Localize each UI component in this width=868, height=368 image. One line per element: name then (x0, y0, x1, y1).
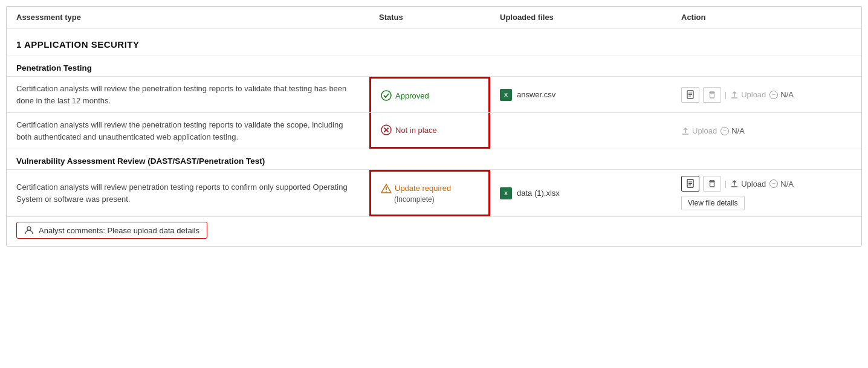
analyst-comment-row: Analyst comments: Please upload data det… (7, 216, 861, 246)
description-cell: Certification analysts will review the p… (7, 113, 369, 149)
files-cell: X data (1).xlsx (490, 170, 672, 216)
status-update-required: Update required (Incomplete) (381, 183, 451, 204)
circle-minus-icon (769, 91, 778, 99)
table-header: Assessment type Status Uploaded files Ac… (7, 7, 861, 28)
description-cell: Certification analysts will review the p… (7, 77, 369, 112)
separator: | (725, 179, 727, 188)
vulnerability-assessment-title: Vulnerability Assessment Review (DAST/SA… (7, 149, 861, 169)
analyst-comment-box: Analyst comments: Please upload data det… (16, 222, 207, 239)
files-cell: X answer.csv (490, 77, 672, 112)
svg-rect-20 (710, 182, 714, 187)
table-row: Certification analysts will review the p… (7, 76, 861, 112)
analyst-person-icon (24, 225, 34, 235)
table-row: Certification analysts will review the p… (7, 112, 861, 149)
status-approved: Approved (381, 90, 429, 101)
col-status: Status (379, 13, 500, 22)
excel-icon: X (500, 89, 512, 101)
col-uploaded-files: Uploaded files (500, 13, 681, 22)
not-in-place-icon (381, 124, 392, 135)
status-sub-label: (Incomplete) (381, 195, 451, 204)
action-row: | Upload N/A (681, 176, 794, 192)
warning-icon (381, 183, 392, 194)
section-1-title: 1 APPLICATION SECURITY (7, 28, 861, 56)
main-status: Update required (381, 183, 451, 194)
vulnerability-assessment-subsection: Vulnerability Assessment Review (DAST/SA… (7, 149, 861, 246)
action-cell: | Upload N/A (672, 77, 861, 112)
na-button[interactable]: N/A (769, 179, 794, 189)
view-document-button[interactable] (681, 87, 699, 103)
trash-icon (707, 179, 717, 189)
files-cell (490, 113, 672, 149)
delete-button[interactable] (703, 87, 721, 103)
col-action: Action (681, 13, 852, 22)
upload-icon (730, 179, 739, 188)
svg-point-0 (381, 91, 391, 100)
main-table: Assessment type Status Uploaded files Ac… (6, 6, 862, 247)
table-row: Certification analysts will review penet… (7, 169, 861, 216)
svg-point-23 (27, 227, 31, 230)
na-button[interactable]: N/A (721, 126, 745, 135)
view-document-button[interactable] (681, 176, 699, 192)
circle-minus-icon (721, 127, 729, 135)
document-icon (685, 179, 695, 189)
upload-icon (730, 91, 739, 99)
penetration-testing-subsection: Penetration Testing Certification analys… (7, 56, 861, 149)
na-button[interactable]: N/A (769, 90, 794, 99)
approved-icon (381, 90, 392, 101)
upload-button[interactable]: Upload (730, 90, 766, 99)
status-cell: Approved (369, 77, 490, 112)
action-cell: | Upload N/A (672, 170, 861, 216)
status-not-in-place: Not in place (381, 124, 437, 135)
upload-button[interactable]: Upload (681, 126, 717, 135)
upload-icon (681, 127, 690, 135)
view-file-details-tooltip[interactable]: View file details (681, 196, 745, 210)
status-cell: Update required (Incomplete) (369, 170, 490, 216)
document-icon (685, 90, 695, 100)
separator: | (725, 91, 727, 99)
svg-rect-5 (710, 93, 714, 98)
status-cell: Not in place (369, 113, 490, 149)
col-assessment-type: Assessment type (16, 13, 379, 22)
description-cell: Certification analysts will review penet… (7, 170, 369, 216)
excel-icon: X (500, 187, 512, 199)
delete-button[interactable] (703, 176, 721, 192)
action-wrapper: | Upload N/A (681, 176, 794, 210)
upload-button[interactable]: Upload (730, 179, 766, 189)
circle-minus-icon (769, 179, 778, 188)
svg-point-15 (386, 190, 387, 192)
trash-icon (707, 90, 717, 100)
action-cell: Upload N/A (672, 113, 861, 149)
penetration-testing-title: Penetration Testing (7, 56, 861, 76)
